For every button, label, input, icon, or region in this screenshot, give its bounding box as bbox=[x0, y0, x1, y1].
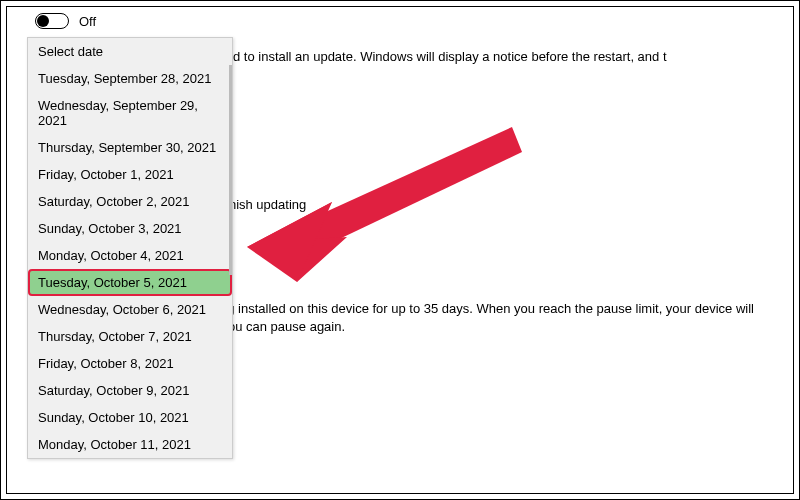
toggle-switch[interactable] bbox=[35, 13, 69, 29]
select-date-dropdown[interactable]: Select date Tuesday, September 28, 2021 … bbox=[27, 37, 233, 459]
date-option[interactable]: Friday, October 8, 2021 bbox=[28, 350, 232, 377]
date-option[interactable]: Sunday, October 3, 2021 bbox=[28, 215, 232, 242]
date-option[interactable]: Thursday, September 30, 2021 bbox=[28, 134, 232, 161]
toggle-label: Off bbox=[79, 14, 96, 29]
date-option[interactable]: Saturday, October 2, 2021 bbox=[28, 188, 232, 215]
date-option[interactable]: Sunday, October 10, 2021 bbox=[28, 404, 232, 431]
svg-marker-0 bbox=[297, 127, 522, 252]
date-option[interactable]: Saturday, October 9, 2021 bbox=[28, 377, 232, 404]
date-option[interactable]: Monday, October 11, 2021 bbox=[28, 431, 232, 458]
dropdown-header: Select date bbox=[28, 38, 232, 65]
date-option-highlighted[interactable]: Tuesday, October 5, 2021 bbox=[28, 269, 232, 296]
date-option[interactable]: Monday, October 4, 2021 bbox=[28, 242, 232, 269]
date-option[interactable]: Tuesday, September 28, 2021 bbox=[28, 65, 232, 92]
svg-marker-2 bbox=[247, 202, 332, 282]
date-option[interactable]: Friday, October 1, 2021 bbox=[28, 161, 232, 188]
dropdown-list: Tuesday, September 28, 2021 Wednesday, S… bbox=[28, 65, 232, 458]
toggle-knob bbox=[37, 15, 49, 27]
svg-marker-1 bbox=[247, 202, 347, 282]
dropdown-scrollbar[interactable] bbox=[229, 65, 232, 275]
date-option[interactable]: Wednesday, September 29, 2021 bbox=[28, 92, 232, 134]
date-option[interactable]: Thursday, October 7, 2021 bbox=[28, 323, 232, 350]
date-option[interactable]: Wednesday, October 6, 2021 bbox=[28, 296, 232, 323]
